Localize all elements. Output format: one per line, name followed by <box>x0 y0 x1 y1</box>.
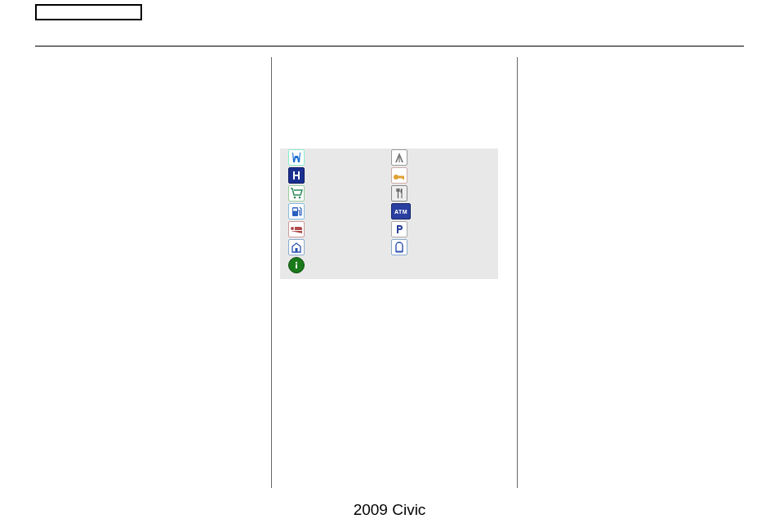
svg-rect-7 <box>296 248 298 252</box>
header-box <box>35 4 142 20</box>
key-icon <box>391 167 407 184</box>
footer-model-year: 2009 Civic <box>0 501 779 519</box>
post-office-icon <box>288 239 305 255</box>
header-rule <box>35 46 744 47</box>
parking-icon <box>391 221 407 237</box>
svg-rect-6 <box>293 209 297 211</box>
icon-row <box>280 238 498 256</box>
atm-icon: ATM <box>391 203 411 219</box>
shopping-cart-icon <box>288 185 305 202</box>
lodging-icon <box>288 221 305 237</box>
svg-point-3 <box>294 197 296 199</box>
icon-row <box>280 220 498 238</box>
icon-row <box>280 149 498 166</box>
hospital-icon <box>288 167 305 184</box>
manual-page: ATM <box>0 0 779 532</box>
svg-rect-8 <box>396 251 403 253</box>
rest-area-icon <box>391 239 407 255</box>
svg-point-9 <box>296 262 297 264</box>
svg-rect-2 <box>403 178 404 180</box>
svg-point-4 <box>299 197 301 199</box>
icon-row <box>280 256 498 274</box>
restaurant-icon <box>391 185 407 202</box>
honda-dealer-icon <box>288 149 305 166</box>
acura-dealer-icon <box>391 149 407 166</box>
landmark-icons-panel: ATM <box>280 149 498 279</box>
svg-rect-10 <box>296 264 297 268</box>
icon-row <box>280 184 498 202</box>
column-divider-right <box>517 57 518 488</box>
gas-station-icon <box>288 203 305 219</box>
icon-row <box>280 166 498 184</box>
tourist-info-icon <box>288 257 305 273</box>
column-divider-left <box>271 57 272 488</box>
icon-row: ATM <box>280 202 498 220</box>
